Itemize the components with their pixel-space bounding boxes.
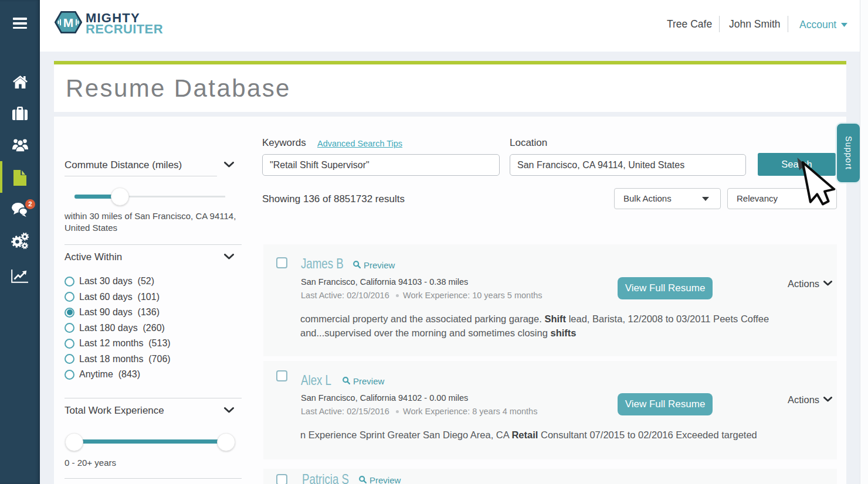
svg-text:M: M — [63, 16, 74, 29]
